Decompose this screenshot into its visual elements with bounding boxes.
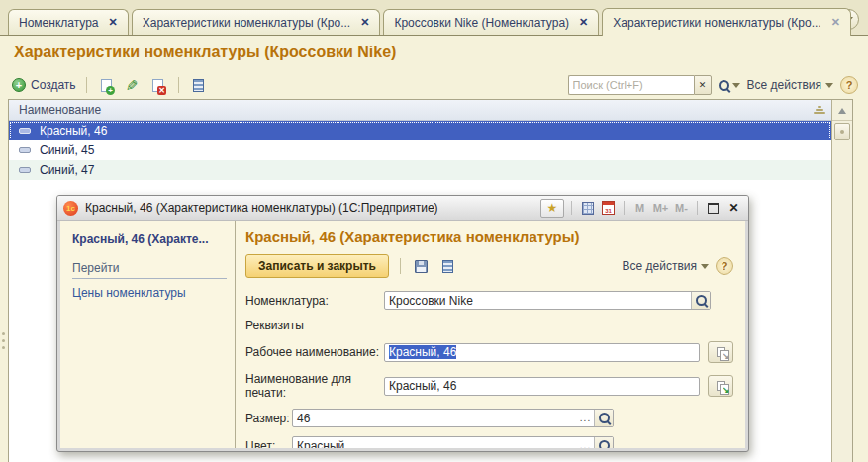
search-options-button[interactable] [719,79,740,92]
print-name-value: Красный, 46 [385,379,699,393]
help-button[interactable]: ? [840,76,858,94]
color-lookup-button[interactable] [594,437,613,448]
copy-working-name-button[interactable]: ↘ [708,341,733,363]
dialog-heading: Красный, 46 (Характеристика номенклатуры… [245,229,733,245]
dialog-body: Красный, 46 (Характе... Перейти Цены ном… [60,221,745,448]
tab-label: Характеристики номенклатуры (Кро... [143,16,350,30]
row-name: Красный, 46 [40,124,107,138]
scroll-up-icon [838,104,846,114]
toolbar-separator [86,77,87,93]
field-color: Цвет: Красный ... [245,436,733,448]
delete-document-icon: ✕ [152,79,163,92]
save-button[interactable] [412,257,432,275]
favorites-button[interactable]: ★ [540,199,564,218]
tab-item-card[interactable]: Кроссовки Nike (Номенклатура) ✕ [383,9,599,35]
list-mode-button[interactable] [189,76,209,94]
nomenclature-lookup-button[interactable] [691,292,710,309]
dialog-commandbar: Записать и закрыть Все действия ? [245,253,733,279]
dialog-all-actions-menu[interactable]: Все действия [623,259,709,273]
tab-characteristics-1[interactable]: Характеристики номенклатуры (Кро... ✕ [132,9,381,35]
copy-print-name-button[interactable]: ↘ [708,375,733,397]
print-name-input[interactable]: Красный, 46 [384,377,700,396]
vertical-scrollbar[interactable] [831,100,852,462]
tab-characteristics-2-active[interactable]: Характеристики номенклатуры (Кро... ✕ [602,8,851,36]
memory-button[interactable]: M [631,200,648,217]
dialog-help-button[interactable]: ? [716,257,733,275]
memory-minus-label: M- [675,202,688,214]
tab-label: Кроссовки Nike (Номенклатура) [394,16,569,30]
search-input[interactable] [568,75,694,95]
dialog-sidebar: Красный, 46 (Характе... Перейти Цены ном… [60,221,235,448]
titlebar-separator [697,201,698,215]
tab-bar: Номенклатура ✕ Характеристики номенклату… [0,0,868,35]
column-header-name[interactable]: Наименование [9,100,831,121]
color-label: Цвет: [245,439,292,449]
row-marker-icon [19,147,31,153]
edit-pencil-icon: ✎ [126,78,139,93]
size-ellipsis-button[interactable]: ... [577,410,594,426]
create-button[interactable]: + Создать [12,78,76,92]
sidebar-nav-section: Перейти [72,261,227,279]
tab-close-icon[interactable]: ✕ [109,17,118,28]
memory-plus-button[interactable]: M+ [652,200,669,217]
memory-plus-label: M+ [653,202,669,214]
floppy-save-icon [415,260,428,273]
size-label: Размер: [245,412,292,425]
field-working-name: Рабочее наименование: Красный, 46 ↘ [245,341,733,363]
sidebar-current-item[interactable]: Красный, 46 (Характе... [72,232,227,246]
table-row[interactable]: Синий, 45 [9,140,831,160]
calculator-button[interactable] [579,200,596,217]
calendar-button[interactable]: 31 [600,200,617,217]
nomenclature-value: Кроссовки Nike [385,294,691,308]
tab-close-icon[interactable]: ✕ [579,17,588,28]
commandbar-separator [400,258,401,274]
search-icon [719,80,729,91]
edit-item-button[interactable]: ✎ [123,76,143,94]
table-row[interactable]: Красный, 46 [9,121,831,140]
scrollbar-thumb[interactable] [834,123,850,140]
list-mode-button[interactable] [438,257,458,275]
copy-item-button[interactable]: + [97,76,117,94]
close-button[interactable]: ✕ [725,200,742,217]
scroll-up-button[interactable] [832,100,852,121]
table-row[interactable]: Синий, 47 [9,160,831,180]
column-header-label: Наименование [19,103,101,117]
color-value: Красный [293,439,577,449]
memory-minus-button[interactable]: M- [673,200,690,217]
working-name-input[interactable]: Красный, 46 [384,343,700,362]
field-print-name: Наименование для печати: Красный, 46 ↘ [245,372,733,400]
sidebar-link-prices[interactable]: Цены номенклатуры [72,286,227,300]
toolbar-separator [178,77,179,93]
tab-nomenclature[interactable]: Номенклатура ✕ [8,9,129,35]
calculator-icon [582,202,594,215]
nomenclature-input[interactable]: Кроссовки Nike [384,291,711,310]
dialog-title: Красный, 46 (Характеристика номенклатуры… [85,201,533,215]
color-ellipsis-button[interactable]: ... [577,437,594,448]
clear-search-button[interactable]: ✕ [694,75,712,95]
all-actions-menu[interactable]: Все действия [747,78,833,92]
delete-item-button[interactable]: ✕ [148,76,168,94]
splitter-grip[interactable] [2,332,5,349]
search-icon [696,295,707,306]
tab-close-icon[interactable]: ✕ [360,17,369,28]
dialog-form: Номенклатура: Кроссовки Nike Реквизиты Р… [245,291,733,448]
table-rows: Красный, 46 Синий, 45 Синий, 47 [9,121,831,180]
all-actions-label: Все действия [747,78,821,92]
characteristic-dialog: 1с Красный, 46 (Характеристика номенклат… [56,195,749,452]
list-icon [442,260,453,273]
chevron-down-icon [732,83,740,92]
print-name-label: Наименование для печати: [245,372,384,400]
color-input[interactable]: Красный ... [292,436,614,448]
maximize-button[interactable] [705,200,722,217]
size-input[interactable]: 46 ... [292,409,614,427]
search-icon [599,440,610,448]
row-marker-icon [19,167,31,173]
requisites-section-label: Реквизиты [245,319,733,332]
size-value: 46 [293,412,577,425]
tab-close-icon[interactable]: ✕ [831,17,840,28]
save-and-close-button[interactable]: Записать и закрыть [245,254,389,278]
size-lookup-button[interactable] [594,410,613,426]
sort-icon [814,106,825,114]
dialog-main: Красный, 46 (Характеристика номенклатуры… [235,221,745,448]
row-name: Синий, 47 [40,163,94,177]
